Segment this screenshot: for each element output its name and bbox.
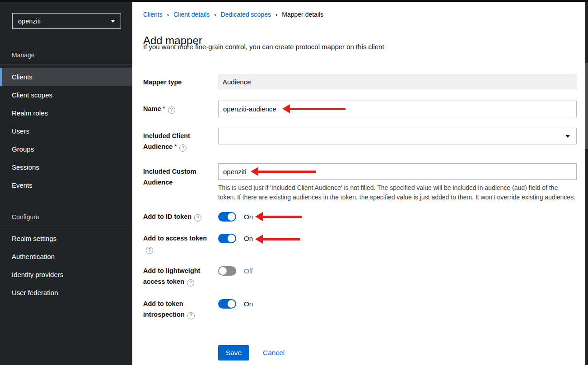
annotation-arrow-id-token: [255, 212, 302, 221]
sidebar-item-realm-settings[interactable]: Realm settings: [0, 229, 132, 247]
add-to-lightweight-access-token-label: Add to lightweight access token?: [143, 265, 213, 287]
toggle-state-label: On: [244, 212, 253, 222]
sidebar-item-label: User federation: [12, 289, 58, 296]
name-input[interactable]: [218, 101, 577, 117]
realm-selector-value: openziti: [18, 18, 41, 25]
required-indicator: *: [174, 141, 177, 152]
arrow-left-icon: [255, 212, 263, 221]
sidebar-item-label: Realm settings: [12, 235, 56, 242]
sidebar-item-label: Events: [12, 181, 33, 189]
sidebar: openziti Manage Clients Client scopes Re…: [0, 0, 132, 365]
mapper-type-label: Mapper type: [143, 77, 213, 88]
mapper-type-readonly-field: Audience: [218, 74, 577, 90]
toggle-knob: [228, 300, 235, 308]
cancel-link[interactable]: Cancel: [263, 345, 285, 360]
included-client-audience-label: Included Client Audience*?: [143, 130, 213, 152]
sidebar-item-label: Authentication: [12, 253, 55, 260]
toggle-state-label: On: [244, 234, 253, 243]
sidebar-divider: [0, 226, 132, 226]
name-label: Name*?: [143, 103, 213, 115]
keycloak-admin-console: openziti Manage Clients Client scopes Re…: [0, 0, 588, 365]
caret-down-icon: [111, 20, 115, 23]
sidebar-item-identity-providers[interactable]: Identity providers: [0, 265, 132, 283]
help-icon[interactable]: ?: [168, 106, 175, 114]
sidebar-item-realm-roles[interactable]: Realm roles: [0, 104, 132, 122]
nav-section-title-manage: Manage: [12, 51, 35, 59]
add-to-access-token-label: Add to access token?: [143, 233, 213, 254]
annotation-arrow-name: [282, 104, 345, 113]
chevron-right-icon: ›: [214, 11, 216, 18]
scrollbar-thumb[interactable]: [585, 63, 588, 149]
breadcrumb-client-details[interactable]: Client details: [173, 11, 210, 18]
chevron-right-icon: ›: [275, 11, 277, 18]
sidebar-item-label: Clients: [12, 73, 33, 81]
add-to-id-token-toggle[interactable]: [218, 212, 236, 222]
sidebar-item-client-scopes[interactable]: Client scopes: [0, 86, 132, 104]
page-scrollbar[interactable]: [585, 0, 588, 365]
add-to-id-token-label: Add to ID token?: [143, 211, 213, 222]
sidebar-item-label: Users: [12, 127, 29, 135]
realm-selector[interactable]: openziti: [12, 13, 121, 29]
sidebar-item-label: Realm roles: [12, 109, 48, 117]
breadcrumb-mapper-details: Mapper details: [282, 11, 323, 18]
help-icon[interactable]: ?: [187, 312, 195, 319]
add-to-token-introspection-toggle[interactable]: [218, 299, 236, 309]
sidebar-item-label: Client scopes: [12, 91, 52, 99]
sidebar-item-label: Groups: [12, 145, 34, 153]
included-client-audience-select[interactable]: [218, 128, 577, 144]
sidebar-item-user-federation[interactable]: User federation: [0, 283, 132, 301]
toggle-knob: [219, 267, 227, 275]
page-subtitle: If you want more fine-grain control, you…: [143, 43, 384, 51]
help-icon[interactable]: ?: [187, 279, 194, 286]
sidebar-item-clients[interactable]: Clients: [0, 68, 132, 86]
arrow-left-icon: [255, 235, 263, 244]
chevron-right-icon: ›: [167, 11, 169, 18]
breadcrumb: Clients › Client details › Dedicated sco…: [143, 11, 323, 18]
sidebar-item-groups[interactable]: Groups: [0, 140, 132, 158]
breadcrumb-dedicated-scopes[interactable]: Dedicated scopes: [221, 11, 271, 18]
add-to-token-introspection-label: Add to token introspection?: [143, 298, 213, 320]
nav-section-title-configure: Configure: [12, 213, 39, 221]
help-icon[interactable]: ?: [179, 144, 187, 152]
toggle-knob: [228, 235, 235, 242]
sidebar-item-users[interactable]: Users: [0, 122, 132, 140]
main-content: Clients › Client details › Dedicated sco…: [132, 0, 586, 365]
save-button[interactable]: Save: [218, 345, 249, 360]
window-top-edge: [0, 0, 588, 2]
add-to-lightweight-access-token-toggle[interactable]: [218, 266, 236, 276]
toggle-state-label: On: [244, 299, 253, 309]
sidebar-divider: [0, 43, 132, 43]
included-custom-audience-label: Included Custom Audience: [143, 166, 213, 188]
sidebar-divider: [0, 64, 132, 65]
annotation-arrow-custom-audience: [251, 167, 316, 176]
sidebar-item-events[interactable]: Events: [0, 176, 132, 194]
sidebar-item-authentication[interactable]: Authentication: [0, 247, 132, 265]
help-icon[interactable]: ?: [194, 214, 201, 222]
caret-down-icon: [565, 135, 570, 138]
sidebar-item-label: Identity providers: [12, 271, 63, 278]
add-to-access-token-toggle[interactable]: [218, 234, 236, 243]
sidebar-item-label: Sessions: [12, 163, 39, 171]
arrow-left-icon: [282, 104, 290, 113]
form-row-included-client-audience: Included Client Audience*?: [143, 128, 577, 144]
included-custom-audience-helper-text: This is used just if 'Included Client Au…: [218, 183, 577, 202]
toggle-state-label: Off: [244, 266, 253, 276]
required-indicator: *: [163, 103, 165, 114]
annotation-arrow-access-token: [255, 235, 300, 244]
breadcrumb-clients[interactable]: Clients: [143, 11, 163, 18]
sidebar-item-sessions[interactable]: Sessions: [0, 158, 132, 176]
header-divider: [132, 62, 586, 62]
help-icon[interactable]: ?: [146, 247, 153, 254]
arrow-left-icon: [251, 167, 258, 176]
toggle-knob: [228, 213, 235, 221]
